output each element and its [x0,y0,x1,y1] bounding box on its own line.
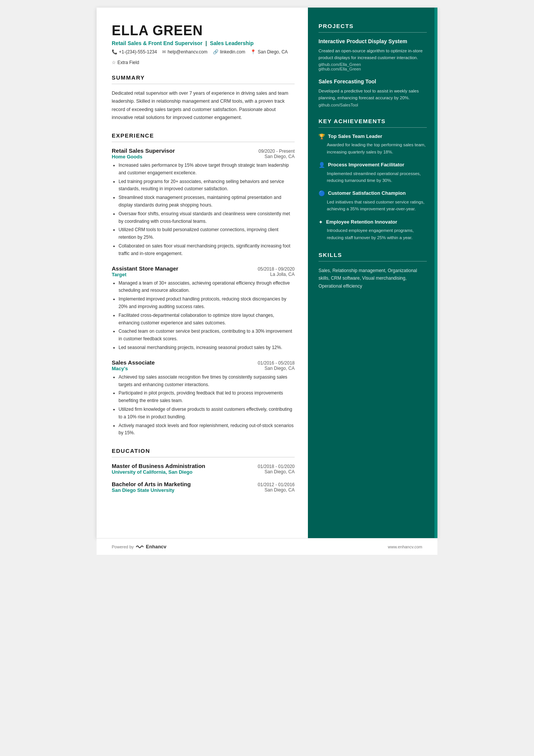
bullet: Led seasonal merchandising projects, inc… [119,344,295,352]
exp-company-1: Home Goods [112,154,142,160]
footer-website: www.enhancv.com [388,545,422,549]
achievement-title-3: Customer Satisfaction Champion [328,190,406,197]
edu-location-2: San Diego, CA [265,487,295,493]
edu-dates-2: 01/2012 - 01/2016 [258,482,295,487]
exp-bullets-1: Increased sales performance by 15% above… [112,162,295,258]
achievement-title-1: Top Sales Team Leader [328,133,382,140]
exp-title-1: Retail Sales Supervisor [112,147,175,154]
email-icon: ✉ [162,49,166,55]
exp-location-3: San Diego, CA [265,366,295,371]
brand-name: Enhancv [146,544,166,549]
extra-contact: ☆ Extra Field [112,60,139,65]
bullet: Implemented improved product handling pr… [119,296,295,311]
circle-icon: 🔵 [319,190,325,196]
project-desc-1: Created an open-source algorithm to opti… [319,47,427,61]
exp-dates-3: 01/2016 - 05/2018 [258,360,295,366]
linkedin-icon: 🔗 [213,49,219,55]
exp-company-line-3: Macy's San Diego, CA [112,366,295,371]
exp-item-1: Retail Sales Supervisor 09/2020 - Presen… [112,147,295,258]
footer-powered: Powered by Enhancv [112,544,166,549]
achievement-item-2: 👤 Process Improvement Facilitator Implem… [319,161,427,184]
resume-header: ELLA GREEN Retail Sales & Front End Supe… [112,23,295,65]
exp-company-line-2: Target La Jolla, CA [112,272,295,277]
phone-icon: 📞 [112,49,117,55]
summary-text: Dedicated retail supervisor with over 7 … [112,89,295,122]
achievement-item-4: ✦ Employee Retention Innovator Introduce… [319,219,427,241]
project-link-2a[interactable]: github.com/SalesTool [319,103,427,107]
project-desc-2: Developed a predictive tool to assist in… [319,88,427,102]
candidate-name: ELLA GREEN [112,23,295,39]
education-section: EDUCATION Master of Business Administrat… [112,448,295,493]
bullet: Utilized firm knowledge of diverse produ… [119,406,295,421]
achievement-header-3: 🔵 Customer Satisfaction Champion [319,190,427,197]
exp-header-3: Sales Associate 01/2016 - 05/2018 [112,359,295,366]
achievement-item-3: 🔵 Customer Satisfaction Champion Led ini… [319,190,427,212]
project-link-1b[interactable]: github.com/Ella_Green [319,67,427,71]
star-icon: ☆ [112,60,116,65]
achievements-title: KEY ACHIEVEMENTS [319,118,427,124]
bullet: Actively managed stock levels and floor … [119,422,295,437]
summary-title: SUMMARY [112,74,295,81]
bullet: Oversaw floor shifts, ensuring visual st… [119,210,295,225]
edu-school-line-2: San Diego State University San Diego, CA [112,487,295,493]
edu-header-1: Master of Business Administration 01/201… [112,463,295,469]
right-column: PROJECTS Interactive Product Display Sys… [308,8,437,538]
exp-location-1: San Diego, CA [265,154,295,160]
achievement-desc-2: Implemented streamlined operational proc… [319,170,427,184]
linkedin-contact: 🔗 linkedin.com [213,49,245,55]
edu-school-line-1: University of California, San Diego San … [112,469,295,475]
edu-school-1: University of California, San Diego [112,469,192,475]
achievement-header-2: 👤 Process Improvement Facilitator [319,161,427,168]
bullet: Increased sales performance by 15% above… [119,162,295,177]
skills-section: SKILLS Sales, Relationship management, O… [319,252,427,290]
summary-section: SUMMARY Dedicated retail supervisor with… [112,74,295,122]
bullet: Utilized CRM tools to build personalized… [119,226,295,241]
email-contact: ✉ help@enhancv.com [162,49,207,55]
exp-location-2: La Jolla, CA [270,272,295,277]
exp-dates-2: 05/2018 - 09/2020 [258,266,295,272]
edu-location-1: San Diego, CA [265,469,295,475]
achievement-desc-3: Led initiatives that raised customer ser… [319,199,427,213]
exp-header-2: Assistant Store Manager 05/2018 - 09/202… [112,265,295,272]
location-contact: 📍 San Diego, CA [250,49,287,55]
exp-item-2: Assistant Store Manager 05/2018 - 09/202… [112,265,295,352]
exp-item-3: Sales Associate 01/2016 - 05/2018 Macy's… [112,359,295,437]
achievement-title-4: Employee Retention Innovator [326,219,397,225]
contact-info: 📞 +1-(234)-555-1234 ✉ help@enhancv.com 🔗… [112,49,295,65]
bullet: Managed a team of 30+ associates, achiev… [119,280,295,295]
project-name-1: Interactive Product Display System [319,38,427,45]
edu-item-2: Bachelor of Arts in Marketing 01/2012 - … [112,481,295,493]
skills-title: SKILLS [319,252,427,258]
phone-contact: 📞 +1-(234)-555-1234 [112,49,157,55]
exp-title-2: Assistant Store Manager [112,265,178,272]
bullet: Led training programs for 20+ associates… [119,178,295,193]
project-item-2: Sales Forecasting Tool Developed a predi… [319,78,427,107]
left-column: ELLA GREEN Retail Sales & Front End Supe… [97,8,308,538]
bullet: Collaborated on sales floor visual merch… [119,243,295,258]
bullet: Participated in pilot projects, providin… [119,390,295,405]
powered-by-label: Powered by [112,545,134,549]
exp-bullets-3: Achieved top sales associate recognition… [112,374,295,437]
skills-text: Sales, Relationship management, Organiza… [319,267,427,290]
achievement-item-1: 🏆 Top Sales Team Leader Awarded for lead… [319,133,427,155]
achievement-header-4: ✦ Employee Retention Innovator [319,219,427,225]
bullet: Facilitated cross-departmental collabora… [119,312,295,327]
achievement-desc-1: Awarded for leading the top performing s… [319,141,427,155]
project-link-1a[interactable]: github.com/Ella_Green [319,62,427,67]
edu-degree-2: Bachelor of Arts in Marketing [112,481,191,487]
exp-bullets-2: Managed a team of 30+ associates, achiev… [112,280,295,352]
candidate-subtitle: Retail Sales & Front End Supervisor | Sa… [112,40,295,46]
exp-company-line-1: Home Goods San Diego, CA [112,154,295,160]
bullet: Coached team on customer service best pr… [119,328,295,343]
exp-title-3: Sales Associate [112,359,155,366]
achievement-header-1: 🏆 Top Sales Team Leader [319,133,427,140]
exp-header-1: Retail Sales Supervisor 09/2020 - Presen… [112,147,295,154]
achievement-title-2: Process Improvement Facilitator [328,161,404,168]
experience-title: EXPERIENCE [112,132,295,139]
edu-header-2: Bachelor of Arts in Marketing 01/2012 - … [112,481,295,487]
exp-dates-1: 09/2020 - Present [259,149,295,154]
project-name-2: Sales Forecasting Tool [319,78,427,86]
achievement-desc-4: Introduced employee engagement programs,… [319,227,427,241]
edu-degree-1: Master of Business Administration [112,463,205,469]
projects-title: PROJECTS [319,23,427,29]
